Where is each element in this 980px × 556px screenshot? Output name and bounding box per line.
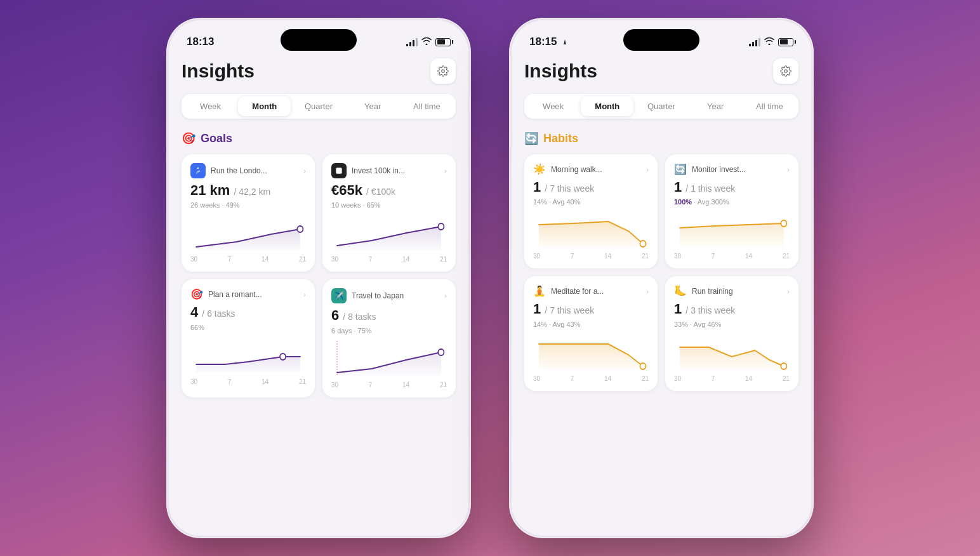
card-value-training: 1 / 3 this week — [674, 301, 790, 317]
svg-point-3 — [438, 223, 444, 230]
svg-point-4 — [280, 354, 286, 360]
card-invest[interactable]: Invest 100k in... › €65k / €100k 10 week… — [322, 154, 456, 272]
card-value-japan: 6 / 8 tasks — [331, 307, 447, 324]
card-header-invest: Invest 100k in... › — [331, 163, 447, 178]
phone-1: 18:13 — [166, 18, 471, 538]
chevron-monitor: › — [787, 166, 790, 173]
wifi-icon — [421, 37, 432, 47]
tab-bar-1: Week Month Quarter Year All time — [182, 94, 456, 119]
time-2: 18:15 — [529, 36, 569, 48]
card-meta-invest: 10 weeks · 65% — [331, 201, 447, 209]
svg-point-10 — [781, 363, 786, 369]
goals-icon: 🎯 — [182, 131, 195, 145]
card-value-invest: €65k / €100k — [331, 182, 447, 199]
tab-quarter-1[interactable]: Quarter — [292, 96, 345, 116]
card-name-walk: Morning walk... — [551, 165, 641, 174]
card-meta-meditate: 14% · Avg 43% — [533, 321, 649, 328]
card-value-run: 21 km / 42,2 km — [190, 182, 306, 199]
card-run-training[interactable]: 🦶 Run training › 1 / 3 this week 33% · A… — [665, 276, 798, 390]
dynamic-island-1 — [281, 29, 357, 51]
card-icon-training: 🦶 — [674, 285, 687, 297]
chart-labels-japan: 30 7 14 21 — [331, 381, 447, 388]
card-meta-monitor: 100% · Avg 300% — [674, 198, 790, 206]
tab-alltime-2[interactable]: All time — [743, 96, 796, 116]
status-bar-2: 18:15 — [512, 20, 811, 53]
cards-grid-2: ☀️ Morning walk... › 1 / 7 this week 14%… — [524, 154, 798, 391]
card-run-london[interactable]: Run the Londo... › 21 km / 42,2 km 26 we… — [182, 154, 315, 272]
chart-labels-invest: 30 7 14 21 — [331, 256, 447, 263]
tab-week-1[interactable]: Week — [184, 96, 237, 116]
settings-button-1[interactable] — [430, 58, 456, 84]
tab-year-1[interactable]: Year — [347, 96, 399, 116]
section-header-1: 🎯 Goals — [182, 131, 456, 145]
chart-romantic — [190, 338, 306, 376]
card-icon-run — [190, 163, 206, 178]
chart-monitor — [674, 212, 790, 250]
section-title-2: Habits — [543, 132, 578, 145]
tab-month-1[interactable]: Month — [238, 96, 291, 116]
card-value-walk: 1 / 7 this week — [533, 179, 649, 195]
card-monitor-invest[interactable]: 🔄 Monitor invest... › 1 / 1 this week 10… — [665, 154, 798, 268]
svg-point-1 — [297, 226, 303, 232]
svg-point-9 — [640, 363, 646, 369]
settings-icon-1 — [437, 65, 449, 77]
chevron-romantic: › — [303, 291, 306, 298]
tab-alltime-1[interactable]: All time — [401, 96, 453, 116]
section-header-2: 🔄 Habits — [524, 131, 798, 145]
tab-year-2[interactable]: Year — [689, 96, 742, 116]
tab-week-2[interactable]: Week — [527, 96, 579, 116]
card-name-japan: Travel to Japan — [352, 291, 439, 300]
chart-walk — [533, 212, 649, 250]
page-header-1: Insights — [182, 53, 456, 84]
section-title-1: Goals — [201, 132, 232, 145]
tab-month-2[interactable]: Month — [581, 96, 633, 116]
card-icon-invest — [331, 163, 347, 178]
card-japan[interactable]: ✈️ Travel to Japan › 6 / 8 tasks 6 days … — [322, 279, 456, 397]
chevron-training: › — [787, 288, 790, 295]
card-meta-walk: 14% · Avg 40% — [533, 198, 649, 206]
chevron-invest: › — [444, 167, 447, 175]
chart-labels-monitor: 30 7 14 21 — [674, 253, 790, 260]
card-header-romantic: 🎯 Plan a romant... › — [190, 288, 306, 300]
settings-button-2[interactable] — [773, 58, 798, 84]
chart-training — [674, 334, 790, 373]
chart-labels-walk: 30 7 14 21 — [533, 253, 649, 260]
card-value-meditate: 1 / 7 this week — [533, 301, 649, 317]
wifi-icon-2 — [764, 37, 774, 47]
signal-icon-2 — [749, 38, 760, 46]
dynamic-island-2 — [623, 29, 699, 51]
battery-icon-2 — [778, 38, 793, 46]
svg-rect-2 — [336, 168, 341, 173]
card-meta-run: 26 weeks · 49% — [190, 201, 306, 209]
card-header-walk: ☀️ Morning walk... › — [533, 163, 649, 175]
page-title-2: Insights — [524, 60, 597, 82]
chart-invest — [331, 215, 447, 253]
tab-bar-2: Week Month Quarter Year All time — [524, 94, 798, 119]
battery-icon — [435, 38, 451, 46]
card-header-meditate: 🧘 Meditate for a... › — [533, 285, 649, 297]
habits-icon: 🔄 — [524, 131, 538, 145]
settings-icon-2 — [780, 65, 791, 77]
card-header-training: 🦶 Run training › — [674, 285, 790, 297]
chevron-run: › — [303, 167, 306, 175]
chart-labels-run: 30 7 14 21 — [190, 256, 306, 263]
chevron-walk: › — [646, 166, 649, 173]
card-meta-romantic: 66% — [190, 324, 306, 331]
chart-labels-meditate: 30 7 14 21 — [533, 375, 649, 382]
page-header-2: Insights — [524, 53, 798, 84]
signal-icon — [406, 38, 418, 46]
svg-point-7 — [640, 241, 646, 247]
card-name-invest: Invest 100k in... — [352, 166, 439, 175]
card-morning-walk[interactable]: ☀️ Morning walk... › 1 / 7 this week 14%… — [524, 154, 658, 268]
tab-quarter-2[interactable]: Quarter — [635, 96, 687, 116]
card-icon-monitor: 🔄 — [674, 163, 687, 175]
card-header-run: Run the Londo... › — [190, 163, 306, 178]
content-2: Insights Week Month Quarter Year All tim… — [512, 53, 811, 536]
chart-meditate — [533, 334, 649, 373]
chevron-japan: › — [444, 292, 447, 300]
card-romantic[interactable]: 🎯 Plan a romant... › 4 / 6 tasks 66% — [182, 279, 315, 397]
card-icon-romantic: 🎯 — [190, 288, 203, 300]
card-meditate[interactable]: 🧘 Meditate for a... › 1 / 7 this week 14… — [524, 276, 658, 390]
chevron-meditate: › — [646, 288, 649, 295]
cards-grid-1: Run the Londo... › 21 km / 42,2 km 26 we… — [182, 154, 456, 397]
